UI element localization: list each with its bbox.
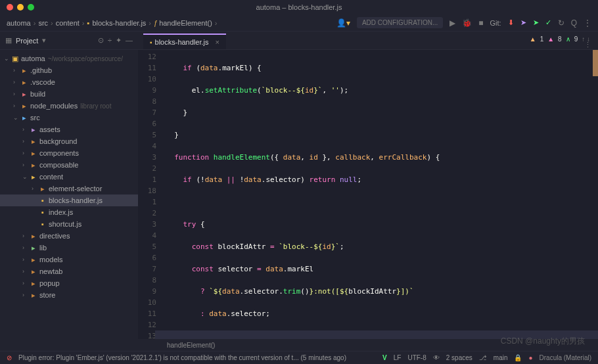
tree-item[interactable]: ›▸node_moduleslibrary root	[0, 100, 138, 112]
line-number[interactable]: 5	[138, 241, 156, 252]
line-number[interactable]: 6	[138, 118, 156, 129]
line-number[interactable]: 10	[138, 74, 156, 85]
history-icon[interactable]: ↻	[558, 18, 564, 28]
code-editor[interactable]: 121110987654321181234567891011121314 if …	[138, 50, 598, 339]
encoding[interactable]: UTF-8	[407, 354, 426, 361]
memory-icon[interactable]: ●	[528, 354, 532, 361]
reader-mode-icon[interactable]: 👁	[433, 354, 440, 361]
line-number[interactable]: 9	[138, 286, 156, 297]
tree-arrow-icon[interactable]: ›	[13, 79, 20, 85]
close-window-icon[interactable]	[7, 4, 13, 11]
line-number[interactable]: 11	[138, 308, 156, 319]
line-number[interactable]: 4	[138, 230, 156, 241]
line-number[interactable]: 8	[138, 275, 156, 286]
tree-item[interactable]: ⌄▸content	[0, 171, 138, 183]
tree-arrow-icon[interactable]: ⌄	[22, 173, 29, 180]
git-pull-icon[interactable]: ⬇	[508, 18, 514, 27]
line-number[interactable]: 11	[138, 62, 156, 74]
tree-arrow-icon[interactable]: ›	[22, 292, 29, 298]
crumb-project[interactable]: automa	[7, 19, 31, 27]
close-tab-icon[interactable]: ×	[215, 38, 219, 46]
tree-item[interactable]: ›▸models	[0, 254, 138, 265]
tree-item[interactable]: ›▸.vscode	[0, 76, 138, 88]
crumb-src[interactable]: src	[38, 19, 48, 27]
next-prev-icon[interactable]: ↑ ↓	[582, 35, 590, 43]
function-breadcrumb[interactable]: handleElement()	[138, 339, 598, 351]
line-number[interactable]: 18	[138, 185, 156, 196]
git-push-icon[interactable]: ➤	[520, 18, 526, 27]
tree-item[interactable]: ›▸lib	[0, 242, 138, 254]
code-content[interactable]: if (data.markEl) { el.setAttribute(`bloc…	[160, 50, 598, 339]
line-separator[interactable]: LF	[394, 354, 402, 361]
theme-label[interactable]: Dracula (Material)	[540, 354, 591, 361]
dropdown-icon[interactable]: ▾	[42, 36, 46, 45]
inspection-badges[interactable]: ▲1 ▲8 ∧9 ↑ ↓	[530, 35, 590, 43]
line-number[interactable]: 10	[138, 297, 156, 308]
git-commit-icon[interactable]: ✓	[545, 18, 551, 27]
tree-arrow-icon[interactable]: ›	[22, 268, 29, 275]
tree-item[interactable]: ›▸build	[0, 88, 138, 100]
tree-arrow-icon[interactable]: ›	[32, 185, 38, 192]
line-number[interactable]: 7	[138, 263, 156, 275]
indent[interactable]: 2 spaces	[446, 354, 472, 361]
crumb-file[interactable]: blocks-handler.js	[92, 19, 146, 27]
line-number[interactable]: 12	[138, 51, 156, 62]
project-label[interactable]: Project	[16, 37, 38, 45]
tree-item[interactable]: ›▸.github	[0, 64, 138, 76]
tree-arrow-icon[interactable]: ›	[22, 256, 29, 263]
collapse-icon[interactable]: ⊙	[98, 36, 104, 45]
error-icon[interactable]: ⊘	[7, 354, 12, 361]
git-fetch-icon[interactable]: ➤	[533, 18, 539, 27]
tree-item[interactable]: ▪shortcut.js	[0, 218, 138, 230]
tree-arrow-icon[interactable]: ›	[22, 244, 29, 251]
line-number[interactable]: 8	[138, 96, 156, 107]
tree-item[interactable]: ›▸components	[0, 147, 138, 159]
line-number[interactable]: 9	[138, 85, 156, 96]
tree-arrow-icon[interactable]: ›	[22, 138, 29, 145]
line-number[interactable]: 2	[138, 163, 156, 174]
line-number[interactable]: 5	[138, 129, 156, 141]
tree-item[interactable]: ›▸background	[0, 135, 138, 147]
branch-name[interactable]: main	[494, 354, 508, 361]
line-number[interactable]: 6	[138, 252, 156, 263]
minimize-window-icon[interactable]	[17, 4, 24, 11]
plugin-error-text[interactable]: Plugin error: Plugin 'Ember.js' (version…	[18, 354, 346, 361]
crumb-content[interactable]: content	[56, 19, 80, 27]
tree-arrow-icon[interactable]: ›	[13, 102, 20, 109]
tree-item[interactable]: ›▸composable	[0, 159, 138, 171]
line-number[interactable]: 3	[138, 152, 156, 163]
lock-icon[interactable]: 🔒	[514, 354, 522, 361]
tree-arrow-icon[interactable]: ›	[22, 233, 29, 239]
tree-item[interactable]: ›▸element-selector	[0, 183, 138, 194]
tree-item[interactable]: ⌄▸src	[0, 112, 138, 124]
line-number[interactable]: 1	[138, 174, 156, 185]
user-icon[interactable]: 👤▾	[336, 18, 350, 28]
tree-item[interactable]: ›▸directives	[0, 230, 138, 242]
breadcrumb[interactable]: automa › src › content › ▪ blocks-handle…	[7, 19, 219, 27]
line-number[interactable]: 4	[138, 141, 156, 152]
crumb-function[interactable]: handleElement()	[159, 19, 212, 27]
tree-arrow-icon[interactable]: ›	[22, 162, 29, 168]
tree-item[interactable]: ›▸newtab	[0, 265, 138, 277]
debug-icon[interactable]: 🐞	[462, 18, 472, 28]
stop-icon[interactable]: ■	[478, 18, 483, 28]
tree-item[interactable]: ›▸store	[0, 289, 138, 301]
git-branch-icon[interactable]: ⎇	[479, 354, 487, 361]
tree-arrow-icon[interactable]: ›	[13, 91, 20, 97]
tree-item[interactable]: ▪blocks-handler.js	[0, 194, 138, 206]
editor-tab[interactable]: ▪ blocks-handler.js ×	[143, 34, 226, 49]
search-icon[interactable]: Q	[571, 18, 577, 28]
tree-item[interactable]: ›▸popup	[0, 277, 138, 289]
tree-item[interactable]: ›▸assets	[0, 124, 138, 135]
settings-icon[interactable]: ✦	[116, 36, 122, 45]
line-number[interactable]: 1	[138, 196, 156, 208]
hide-icon[interactable]: —	[126, 36, 133, 45]
tree-item[interactable]: ▪index.js	[0, 206, 138, 218]
line-number[interactable]: 2	[138, 208, 156, 219]
more-icon[interactable]: ⋮	[584, 18, 591, 28]
maximize-window-icon[interactable]	[28, 4, 34, 11]
line-number[interactable]: 7	[138, 107, 156, 118]
chevron-down-icon[interactable]: ⌄	[4, 55, 11, 62]
tree-arrow-icon[interactable]: ›	[13, 67, 20, 74]
run-icon[interactable]: ▶	[449, 18, 455, 28]
